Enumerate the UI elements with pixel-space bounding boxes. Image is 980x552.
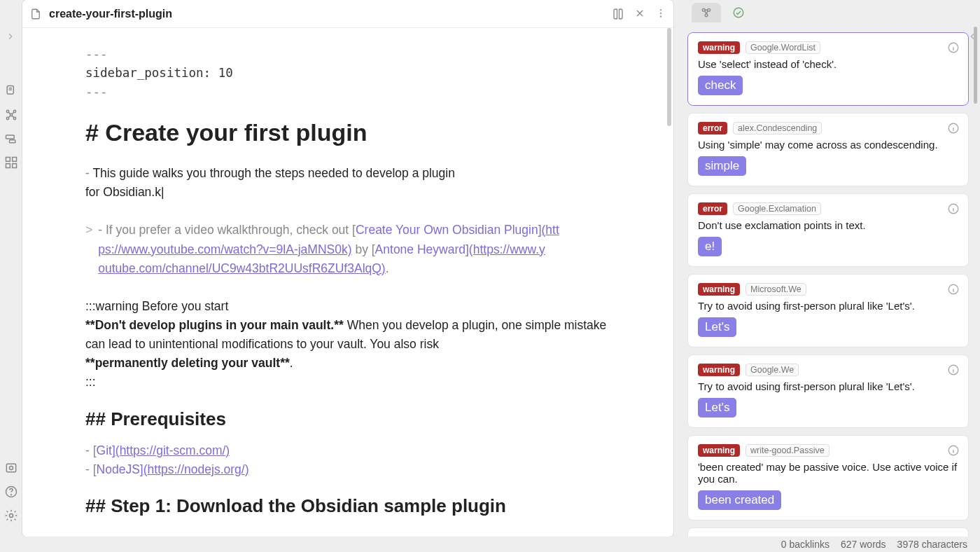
svg-point-17	[660, 9, 662, 11]
issue-chip[interactable]: simple	[698, 156, 746, 176]
svg-point-13	[10, 467, 13, 470]
link[interactable]: Antone Heyward	[375, 242, 465, 256]
severity-badge: warning	[698, 41, 740, 54]
issue-chip[interactable]: been created	[698, 490, 781, 510]
issue-card[interactable]: warningGoogle.WeTry to avoid using first…	[687, 354, 969, 428]
tab-linter[interactable]	[724, 3, 753, 22]
status-words[interactable]: 627 words	[841, 539, 886, 550]
blockquote: > - If you prefer a video wkalkthrough, …	[85, 221, 610, 277]
panel-scrollbar[interactable]	[972, 22, 977, 552]
info-icon[interactable]	[947, 122, 960, 134]
issue-card[interactable]: errorGoogle.ExclamationDon't use exclama…	[687, 193, 969, 267]
svg-point-3	[6, 117, 8, 119]
right-tabs	[679, 0, 980, 22]
blockquote-mark: >	[85, 221, 92, 277]
list-item: - [Git](https://git-scm.com/)	[85, 441, 610, 460]
issue-list: warningGoogle.WordListUse 'select' inste…	[679, 22, 980, 552]
svg-rect-10	[6, 164, 10, 168]
severity-badge: error	[698, 122, 727, 134]
close-icon[interactable]	[634, 8, 645, 20]
issue-message: Using 'simple' may come across as condes…	[698, 139, 958, 151]
box-icon[interactable]	[3, 460, 20, 476]
left-rail	[0, 0, 22, 552]
reading-view-icon[interactable]	[612, 8, 624, 20]
severity-badge: warning	[698, 283, 740, 296]
svg-rect-8	[6, 158, 10, 162]
link[interactable]: Git	[97, 443, 112, 457]
files-icon[interactable]	[3, 83, 20, 99]
svg-rect-7	[10, 140, 15, 143]
svg-point-23	[734, 8, 743, 18]
rule-label: write-good.Passive	[746, 444, 830, 457]
issue-card[interactable]: erroralex.CondescendingUsing 'simple' ma…	[687, 113, 969, 186]
link[interactable]: Create Your Own Obsidian Plugin	[356, 223, 538, 237]
svg-point-1	[6, 110, 8, 112]
issue-message: Try to avoid using first-person plural l…	[698, 300, 958, 312]
tab-graph[interactable]	[692, 3, 721, 22]
expand-left-icon[interactable]	[4, 32, 17, 41]
issue-chip[interactable]: check	[698, 76, 743, 95]
admonition: :::warning Before you start **Don't deve…	[85, 297, 610, 392]
frontmatter-delim: ---	[85, 45, 610, 64]
svg-point-4	[13, 117, 15, 119]
info-icon[interactable]	[947, 202, 960, 215]
heading-2: ## Prerequisites	[85, 405, 610, 433]
severity-badge: error	[698, 202, 727, 215]
issue-card[interactable]: warningwrite-good.Passive'been created' …	[687, 435, 969, 520]
status-bar: 0 backlinks 627 words 3978 characters	[0, 537, 980, 552]
heading-1: # Create your first plugin	[85, 114, 610, 151]
file-icon	[29, 8, 42, 20]
issue-message: Try to avoid using first-person plural l…	[698, 380, 958, 392]
tab-bar: create-your-first-plugin	[22, 0, 673, 28]
app-root: create-your-first-plugin --- sidebar_pos…	[0, 0, 980, 552]
editor[interactable]: --- sidebar_position: 10 --- # Create yo…	[22, 28, 673, 537]
linter-panel: warningGoogle.WordListUse 'select' inste…	[679, 0, 980, 552]
svg-point-16	[10, 514, 13, 518]
link[interactable]: NodeJS	[97, 462, 140, 476]
svg-point-19	[660, 15, 662, 17]
editor-pane: create-your-first-plugin --- sidebar_pos…	[22, 0, 673, 537]
frontmatter-line: sidebar_position: 10	[85, 64, 610, 83]
severity-badge: warning	[698, 444, 740, 457]
rule-label: Google.Exclamation	[733, 202, 821, 215]
issue-chip[interactable]: Let's	[698, 317, 736, 337]
svg-rect-11	[13, 164, 17, 168]
info-icon[interactable]	[947, 283, 960, 296]
heading-2: ## Step 1: Download the Obsidian sample …	[85, 492, 610, 520]
frontmatter-delim: ---	[85, 83, 610, 102]
tab-actions	[612, 8, 666, 20]
issue-message: Don't use exclamation points in text.	[698, 219, 958, 231]
grid-icon[interactable]	[3, 154, 20, 171]
svg-rect-9	[13, 158, 17, 162]
svg-point-22	[705, 14, 708, 17]
rule-label: alex.Condescending	[733, 122, 822, 134]
info-icon[interactable]	[947, 364, 960, 376]
rule-label: Google.WordList	[746, 41, 820, 54]
rule-label: Microsoft.We	[746, 283, 806, 296]
more-icon[interactable]	[655, 8, 666, 20]
svg-point-5	[10, 113, 12, 116]
svg-rect-12	[6, 464, 15, 472]
settings-icon[interactable]	[3, 507, 20, 524]
issue-message: Use 'select' instead of 'check'.	[698, 58, 958, 70]
info-icon[interactable]	[947, 444, 960, 457]
issue-chip[interactable]: e!	[698, 237, 722, 256]
svg-rect-6	[6, 135, 15, 139]
graph-icon[interactable]	[3, 106, 20, 123]
tab-title[interactable]: create-your-first-plugin	[49, 8, 605, 20]
issue-card[interactable]: warningMicrosoft.WeTry to avoid using fi…	[687, 274, 969, 347]
issue-card[interactable]: warningGoogle.WordListUse 'select' inste…	[687, 32, 969, 106]
status-backlinks[interactable]: 0 backlinks	[781, 539, 830, 550]
severity-badge: warning	[698, 364, 740, 376]
svg-point-18	[660, 12, 662, 13]
info-icon[interactable]	[947, 41, 960, 54]
issue-chip[interactable]: Let's	[698, 398, 736, 418]
issue-message: 'been created' may be passive voice. Use…	[698, 461, 958, 485]
editor-scrollbar[interactable]	[666, 28, 672, 537]
paragraph: - This guide walks you through the steps…	[85, 164, 610, 202]
help-icon[interactable]	[3, 483, 20, 500]
canvas-icon[interactable]	[3, 130, 20, 147]
svg-point-2	[13, 110, 15, 112]
list-item: - [NodeJS](https://nodejs.org/)	[85, 460, 610, 479]
status-chars[interactable]: 3978 characters	[897, 539, 967, 550]
